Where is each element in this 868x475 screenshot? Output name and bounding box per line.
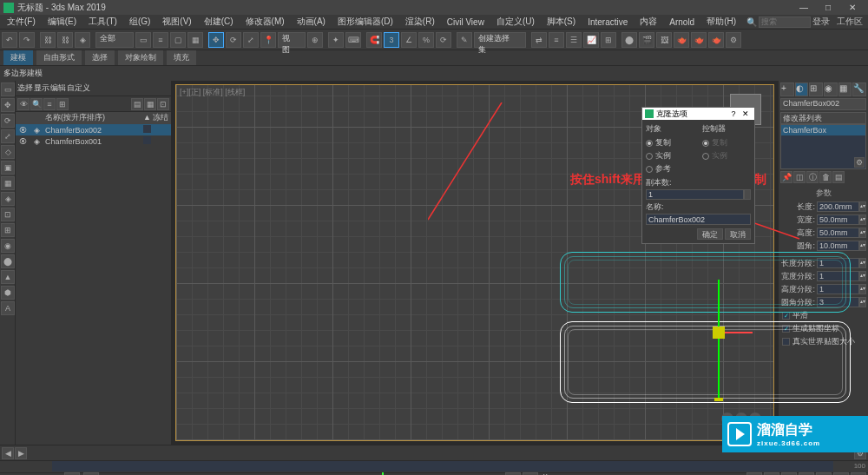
scale-button[interactable]: ⤢	[243, 32, 259, 48]
menu-help[interactable]: 帮助(H)	[701, 16, 741, 28]
scale-tool-icon[interactable]: ⤢	[1, 129, 15, 143]
menu-content[interactable]: 内容	[635, 16, 662, 28]
menu-modifier[interactable]: 修改器(M)	[240, 16, 290, 28]
menu-civilview[interactable]: Civil View	[442, 17, 490, 27]
se-btn1[interactable]: 👁	[17, 98, 30, 110]
stack-config-icon[interactable]: ⚙	[854, 157, 865, 168]
tool15-icon[interactable]: A	[1, 301, 15, 315]
panel-modify-icon[interactable]: ◐	[795, 82, 809, 96]
remove-mod-icon[interactable]: 🗑	[819, 171, 832, 183]
smooth-checkbox[interactable]: ✓	[782, 312, 790, 320]
dialog-help-button[interactable]: ?	[727, 109, 740, 118]
menu-customize[interactable]: 自定义(U)	[491, 16, 540, 28]
radio-reference[interactable]	[646, 166, 653, 173]
select-tool-icon[interactable]: ▭	[1, 82, 15, 96]
close-button[interactable]: ✕	[840, 0, 865, 15]
tool10-icon[interactable]: ⊞	[1, 223, 15, 237]
snap-toggle-button[interactable]: 🧲	[366, 32, 382, 48]
scene-tab-select[interactable]: 选择	[17, 82, 33, 94]
spinner-icon[interactable]: ▴▾	[859, 228, 866, 238]
modifier-list-dropdown[interactable]: 修改器列表	[780, 112, 866, 124]
spinner-icon[interactable]: ▴▾	[859, 271, 866, 281]
panel-display-icon[interactable]: ▦	[838, 82, 852, 96]
cancel-button[interactable]: 取消	[725, 228, 751, 240]
tool6-icon[interactable]: ▣	[1, 161, 15, 175]
timeline-btn2[interactable]: ▶	[15, 447, 27, 459]
rotate-button[interactable]: ⟳	[226, 32, 241, 48]
panel-create-icon[interactable]: +	[780, 82, 794, 96]
redo-button[interactable]: ↷	[19, 32, 35, 48]
pivot-button[interactable]: ⊕	[307, 32, 323, 48]
menu-tools[interactable]: 工具(T)	[83, 16, 122, 28]
pin-stack-icon[interactable]: 📌	[780, 171, 792, 183]
menu-render[interactable]: 渲染(R)	[400, 16, 440, 28]
rotate-tool-icon[interactable]: ⟳	[1, 114, 15, 128]
tool13-icon[interactable]: ▲	[1, 270, 15, 284]
param-width-field[interactable]: 50.0mm	[817, 214, 859, 225]
place-button[interactable]: 📍	[260, 32, 276, 48]
tab-objpaint[interactable]: 对象绘制	[118, 50, 163, 65]
spinner-snap-button[interactable]: ⟳	[436, 32, 451, 48]
select-name-button[interactable]: ≡	[153, 32, 168, 48]
menu-edit[interactable]: 编辑(E)	[43, 16, 82, 28]
menu-arnold[interactable]: Arnold	[664, 17, 700, 27]
schematic-button[interactable]: ⊞	[601, 32, 616, 48]
keyboard-button[interactable]: ⌨	[345, 32, 361, 48]
menu-create[interactable]: 创建(C)	[199, 16, 239, 28]
mirror-button[interactable]: ⇄	[531, 32, 547, 48]
panel-hierarchy-icon[interactable]: ⊞	[809, 82, 823, 96]
menu-anim[interactable]: 动画(A)	[292, 16, 331, 28]
layers-button[interactable]: ☰	[566, 32, 582, 48]
render-prod-button[interactable]: 🫖	[691, 32, 707, 48]
spinner-icon[interactable]	[744, 189, 751, 200]
render-iter-button[interactable]: 🫖	[708, 32, 724, 48]
tool8-icon[interactable]: ◈	[1, 192, 15, 206]
object-name-field[interactable]: ChamferBox002	[780, 98, 866, 110]
minimize-button[interactable]: ―	[792, 0, 816, 15]
param-length-field[interactable]: 200.0mm	[817, 201, 859, 212]
scene-row[interactable]: ⦿◈ ChamferBox002	[16, 124, 171, 135]
move-button[interactable]: ✥	[208, 32, 224, 48]
se-btn2[interactable]: 🔍	[30, 98, 43, 110]
panel-motion-icon[interactable]: ◉	[824, 82, 838, 96]
spinner-icon[interactable]: ▴▾	[859, 258, 866, 268]
param-fillet-field[interactable]: 10.0mm	[817, 241, 859, 251]
unique-icon[interactable]: ⓘ	[806, 171, 819, 183]
scene-col-frozen[interactable]: ▲ 冻结	[143, 112, 171, 124]
param-height-field[interactable]: 50.0mm	[817, 228, 859, 238]
config-icon[interactable]: ▤	[832, 171, 845, 183]
scene-col-name[interactable]: 名称(按升序排序)	[43, 112, 143, 124]
menu-grapheditor[interactable]: 图形编辑器(D)	[332, 16, 398, 28]
modifier-stack[interactable]: ChamferBox ⚙	[780, 124, 866, 169]
gizmo-center[interactable]	[713, 327, 725, 339]
scene-row[interactable]: ⦿◈ ChamferBox001	[16, 135, 171, 147]
ok-button[interactable]: 确定	[697, 228, 723, 240]
move-tool-icon[interactable]: ✥	[1, 98, 15, 112]
named-sel-dropdown[interactable]: 创建选择集	[474, 32, 526, 48]
radio-copy[interactable]	[646, 140, 653, 147]
copies-field[interactable]: 1	[646, 189, 744, 200]
se-btn7[interactable]: ⊡	[157, 98, 169, 110]
search-input[interactable]	[759, 16, 811, 28]
curve-editor-button[interactable]: 📈	[583, 32, 599, 48]
maximize-button[interactable]: □	[816, 0, 840, 15]
tab-select[interactable]: 选择	[85, 50, 115, 65]
named-sel-button[interactable]: ✎	[457, 32, 472, 48]
viewport-label[interactable]: [+][正] [标准] [线框]	[180, 87, 245, 98]
tool9-icon[interactable]: ⊡	[1, 208, 15, 221]
bind-button[interactable]: ◈	[75, 32, 90, 48]
spinner-icon[interactable]: ▴▾	[859, 201, 866, 212]
link-button[interactable]: ⛓	[40, 32, 56, 48]
spinner-icon[interactable]: ▴▾	[859, 284, 866, 294]
clone-name-field[interactable]	[646, 214, 751, 225]
show-result-icon[interactable]: ◫	[793, 171, 806, 183]
tool5-icon[interactable]: ◇	[1, 145, 15, 159]
menu-script[interactable]: 脚本(S)	[542, 16, 581, 28]
se-btn5[interactable]: ▤	[131, 98, 143, 110]
undo-button[interactable]: ↶	[2, 32, 17, 48]
se-btn3[interactable]: ≡	[43, 98, 56, 110]
manipulate-button[interactable]: ✦	[328, 32, 344, 48]
spinner-icon[interactable]: ▴▾	[859, 214, 866, 225]
spinner-icon[interactable]: ▴▾	[859, 297, 866, 307]
ribbon-polymodel[interactable]: 多边形建模	[3, 68, 43, 79]
